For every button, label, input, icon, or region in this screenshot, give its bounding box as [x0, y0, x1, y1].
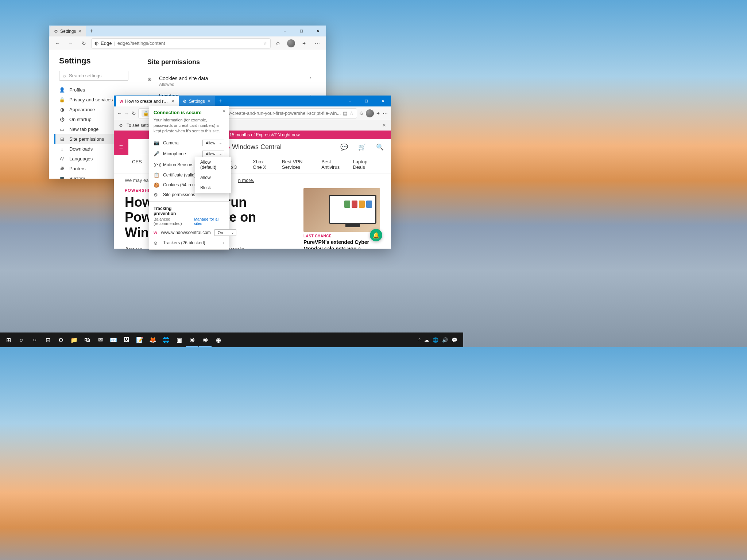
- close-button[interactable]: ✕: [375, 96, 391, 106]
- notification-bell-button[interactable]: 🔔: [370, 229, 382, 241]
- popup-close-icon[interactable]: ✕: [222, 108, 226, 113]
- download-icon: ↓: [59, 146, 65, 152]
- photos-app[interactable]: 🖼: [120, 333, 133, 347]
- menu-button[interactable]: ⋯: [382, 108, 388, 119]
- dropdown-block[interactable]: Block: [195, 183, 231, 193]
- chrome-app[interactable]: 🌐: [160, 333, 172, 347]
- forward-button[interactable]: →: [124, 108, 130, 119]
- outlook-app[interactable]: 📧: [107, 333, 120, 347]
- microphone-select[interactable]: Allow: [202, 151, 224, 157]
- site-favicon: w: [120, 99, 123, 104]
- tab-close-icon[interactable]: ✕: [207, 99, 212, 104]
- edge-canary-app[interactable]: ◉: [212, 333, 225, 347]
- taskbar: ⊞ ⌕ ○ ⊟ ⚙ 📁 🛍 ✉ 📧 🖼 📝 🦊 🌐 ▣ ◉ ◉ ◉ ^ ☁ 🌐 …: [0, 332, 463, 347]
- reader-icon[interactable]: ▤: [343, 110, 347, 116]
- chevron-right-icon: ›: [310, 75, 311, 81]
- nav-link[interactable]: Laptop Deals: [353, 159, 373, 170]
- store-app[interactable]: 🛍: [81, 333, 93, 347]
- start-button[interactable]: ⊞: [2, 333, 15, 347]
- profile-avatar[interactable]: [285, 38, 297, 49]
- tab-close-icon[interactable]: ✕: [171, 99, 175, 104]
- task-view-button[interactable]: ⊟: [42, 333, 54, 347]
- maximize-button[interactable]: ☐: [293, 26, 310, 36]
- nav-link[interactable]: Best VPN Services: [282, 159, 310, 170]
- gear-icon: ⚙: [183, 99, 187, 104]
- power-icon: ⏻: [59, 117, 65, 122]
- nav-profiles[interactable]: 👤Profiles: [59, 85, 133, 95]
- tracking-toggle[interactable]: On: [214, 229, 236, 236]
- camera-select[interactable]: Allow: [202, 140, 224, 146]
- forward-button[interactable]: →: [65, 38, 77, 49]
- dropdown-allow-default[interactable]: Allow (default): [195, 157, 231, 172]
- sidebar-headline[interactable]: PureVPN's extended Cyber Monday sale net…: [303, 239, 380, 249]
- extensions-button[interactable]: ✦: [298, 38, 310, 49]
- star-icon[interactable]: ☆: [263, 40, 267, 46]
- tab-close-icon[interactable]: ✕: [78, 29, 82, 34]
- titlebar: w How to create and run PowerShe... ✕ ⚙ …: [114, 96, 391, 106]
- tracking-title: Tracking prevention: [154, 206, 194, 216]
- article-sidebar: LAST CHANCE PureVPN's extended Cyber Mon…: [303, 188, 380, 249]
- new-tab-button[interactable]: +: [86, 28, 96, 34]
- back-button[interactable]: ←: [52, 38, 63, 49]
- network-icon[interactable]: 🌐: [433, 337, 438, 343]
- dropdown-allow[interactable]: Allow: [195, 172, 231, 183]
- gear-icon: ⚙: [119, 123, 123, 128]
- window-controls: ─ ☐ ✕: [342, 96, 391, 106]
- refresh-button[interactable]: ↻: [131, 108, 137, 119]
- maximize-button[interactable]: ☐: [358, 96, 375, 106]
- extensions-button[interactable]: ✦: [375, 108, 381, 119]
- chevron-right-icon: ›: [223, 241, 224, 245]
- onedrive-icon[interactable]: ☁: [424, 337, 429, 343]
- certificate-icon: 📋: [154, 172, 159, 178]
- sidebar-image[interactable]: [303, 188, 380, 232]
- search-input[interactable]: ⌕ Search settings: [59, 71, 128, 81]
- trackers-icon: ⊘: [154, 240, 159, 246]
- edge-app[interactable]: ◉: [186, 333, 198, 347]
- tab-settings-2[interactable]: ⚙ Settings ✕: [179, 96, 215, 107]
- cart-icon[interactable]: 🛒: [358, 143, 366, 151]
- refresh-button[interactable]: ↻: [78, 38, 90, 49]
- popup-trackers-row[interactable]: ⊘ Trackers (26 blocked) ›: [149, 238, 229, 249]
- minimize-button[interactable]: ─: [342, 96, 358, 106]
- favorites-button[interactable]: ✩: [272, 38, 284, 49]
- tray-chevron-icon[interactable]: ^: [418, 337, 421, 343]
- header-icons: 💬 🛒 🔍: [340, 143, 384, 151]
- nav-link[interactable]: CES: [132, 159, 142, 170]
- popup-description: Your information (for example, passwords…: [154, 117, 224, 134]
- edge-beta-app[interactable]: ◉: [199, 333, 212, 347]
- chat-icon[interactable]: 💬: [340, 143, 348, 151]
- menu-button[interactable]: ⋯: [311, 38, 323, 49]
- minimize-button[interactable]: ─: [277, 26, 293, 36]
- volume-icon[interactable]: 🔊: [442, 337, 448, 343]
- hamburger-menu[interactable]: ≡: [114, 139, 128, 155]
- search-placeholder: Search settings: [69, 73, 102, 78]
- back-button[interactable]: ←: [117, 108, 123, 119]
- new-tab-button[interactable]: +: [215, 98, 225, 104]
- file-explorer[interactable]: 📁: [68, 333, 80, 347]
- profile-avatar[interactable]: [366, 108, 374, 119]
- info-close-icon[interactable]: ✕: [382, 123, 386, 128]
- nav-link[interactable]: Best Antivirus: [321, 159, 342, 170]
- cortana-button[interactable]: ○: [28, 333, 41, 347]
- nav-link[interactable]: Xbox One X: [253, 159, 271, 170]
- word-app[interactable]: 📝: [133, 333, 146, 347]
- site-brand[interactable]: ⧫⧫ Windows Central: [223, 143, 282, 151]
- mail-app[interactable]: ✉: [94, 333, 107, 347]
- learn-more-link[interactable]: n more.: [238, 178, 254, 183]
- star-icon[interactable]: ☆: [349, 110, 354, 116]
- search-icon[interactable]: 🔍: [376, 143, 384, 151]
- site-favicon: w: [154, 230, 157, 235]
- firefox-app[interactable]: 🦊: [147, 333, 159, 347]
- perm-cookies[interactable]: ⊛ Cookies and site dataAllowed ›: [147, 73, 311, 90]
- tab-settings[interactable]: ⚙ Settings ✕: [50, 26, 86, 37]
- terminal-app[interactable]: ▣: [173, 333, 185, 347]
- address-bar[interactable]: ◐ Edge | edge://settings/content ☆: [91, 38, 271, 48]
- settings-app[interactable]: ⚙: [55, 333, 67, 347]
- close-button[interactable]: ✕: [310, 26, 326, 36]
- search-button[interactable]: ⌕: [15, 333, 28, 347]
- permissions-icon: ⊞: [59, 136, 65, 142]
- tab-article[interactable]: w How to create and run PowerShe... ✕: [116, 96, 179, 107]
- favorites-button[interactable]: ✩: [359, 108, 364, 119]
- manage-all-sites-link[interactable]: Manage for all sites: [194, 217, 224, 226]
- action-center-icon[interactable]: 💬: [452, 337, 457, 343]
